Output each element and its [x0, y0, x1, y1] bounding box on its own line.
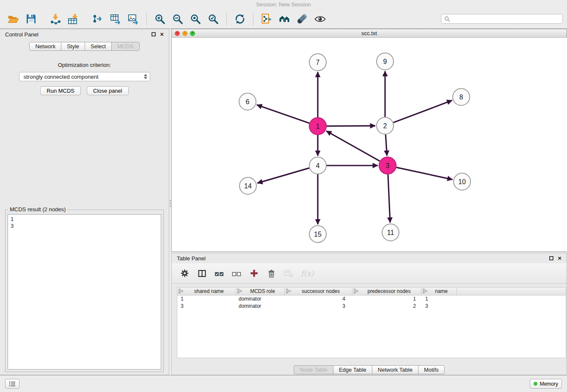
table-cell[interactable]: 1 — [421, 295, 457, 302]
graph-edge-3-11[interactable] — [388, 174, 390, 223]
table-cell[interactable]: 4 — [284, 295, 352, 302]
sort-icon — [179, 289, 183, 295]
graph-node-label: 10 — [458, 178, 466, 185]
zoom-selected-button[interactable] — [204, 11, 222, 28]
graph-edge-2-8[interactable] — [394, 100, 452, 123]
table-cell[interactable]: 3 — [177, 302, 236, 309]
export-network-button[interactable] — [89, 11, 107, 28]
table-cell[interactable]: dominator — [236, 295, 284, 302]
zoom-in-button[interactable] — [151, 11, 169, 28]
sort-icon — [286, 289, 291, 295]
table-panel-header: Table Panel × — [172, 253, 567, 263]
table-cell[interactable]: 1 — [177, 295, 236, 302]
column-header-predecessor-nodes[interactable]: predecessor nodes — [352, 287, 421, 295]
apply-layout-button[interactable] — [231, 11, 249, 28]
export-image-icon — [128, 14, 139, 25]
main-area: Control Panel × Network Style Select MCD… — [0, 29, 567, 375]
gear-icon — [180, 269, 189, 278]
select-stepper-icon — [144, 74, 147, 79]
export-image-button[interactable] — [124, 11, 142, 28]
criterion-select[interactable]: strongly connected component — [19, 72, 150, 81]
tab-node-table[interactable]: Node Table — [294, 365, 333, 374]
optimization-criterion-label: Optimization criterion: — [0, 62, 169, 68]
table-row[interactable]: 1dominator411 — [177, 295, 566, 302]
mcds-result-text[interactable]: 1 3 — [8, 214, 161, 370]
column-header-name[interactable]: name — [421, 287, 457, 295]
save-floppy-icon — [26, 14, 36, 24]
select-all-columns-button[interactable] — [214, 268, 224, 279]
tab-network-table[interactable]: Network Table — [372, 365, 418, 374]
show-task-history-button[interactable] — [5, 379, 19, 389]
tab-select[interactable]: Select — [85, 42, 112, 51]
mcds-result-box: MCDS result (2 nodes) 1 3 — [5, 210, 164, 372]
import-network-button[interactable] — [47, 11, 64, 28]
graph-edge-2-3[interactable] — [385, 135, 387, 156]
delete-table-button[interactable] — [284, 268, 294, 279]
tab-style[interactable]: Style — [61, 42, 85, 51]
graph-edge-1-6[interactable] — [257, 105, 310, 124]
graph-edge-4-14[interactable] — [257, 168, 309, 183]
table-cell[interactable]: 3 — [421, 302, 457, 309]
table-settings-button[interactable] — [179, 268, 190, 279]
status-bar: Memory — [0, 375, 567, 392]
mcds-result-title: MCDS result (2 nodes) — [8, 206, 67, 213]
graph-node-label: 11 — [387, 229, 394, 236]
tab-network[interactable]: Network — [29, 42, 61, 51]
show-hide-panels-button[interactable] — [275, 11, 293, 28]
float-panel-icon[interactable] — [151, 32, 156, 36]
paint-styles-button[interactable] — [293, 11, 311, 28]
node-table: shared name MCDS role — [177, 287, 566, 358]
zoom-selected-icon — [208, 14, 219, 25]
run-mcds-button[interactable]: Run MCDS — [40, 86, 81, 95]
open-folder-icon — [8, 14, 19, 24]
create-column-button[interactable] — [249, 268, 259, 279]
zoom-out-icon — [172, 14, 183, 25]
delete-column-button[interactable] — [266, 268, 276, 279]
table-tabs: Node Table Edge Table Network Table Moti… — [172, 365, 567, 374]
graph-edge-3-10[interactable] — [396, 167, 453, 179]
zoom-fit-icon — [190, 14, 201, 25]
save-session-button[interactable] — [22, 11, 40, 28]
graph-edge-3-1[interactable] — [326, 131, 380, 161]
open-session-button[interactable] — [4, 11, 22, 28]
table-cell[interactable]: 2 — [352, 302, 421, 309]
export-table-button[interactable] — [107, 11, 124, 28]
float-table-panel-icon[interactable] — [549, 256, 553, 260]
tab-edge-table[interactable]: Edge Table — [333, 365, 372, 374]
main-toolbar — [0, 9, 567, 29]
table-cell[interactable]: 3 — [284, 302, 352, 309]
show-graphics-details-button[interactable] — [311, 11, 329, 28]
table-panel: Table Panel × — [171, 253, 567, 375]
column-label: MCDS role — [250, 288, 275, 294]
network-canvas[interactable]: 7968124314101511 — [172, 38, 567, 251]
close-panel-icon[interactable]: × — [160, 31, 164, 37]
close-panel-button[interactable]: Close panel — [87, 86, 129, 95]
export-table-icon — [110, 14, 121, 25]
table-cell[interactable]: dominator — [236, 302, 284, 309]
tab-mcds[interactable]: MCDS — [111, 42, 139, 51]
criterion-selected-value: strongly connected component — [24, 74, 99, 80]
unselect-all-columns-button[interactable] — [231, 268, 242, 279]
column-header-shared-name[interactable]: shared name — [177, 287, 236, 295]
graph-edge-1-2[interactable] — [327, 126, 375, 126]
graph-node-label: 6 — [246, 98, 250, 105]
first-neighbors-button[interactable] — [258, 11, 275, 28]
sort-icon — [423, 289, 427, 295]
zoom-fit-button[interactable] — [187, 11, 204, 28]
memory-button[interactable]: Memory — [530, 379, 562, 389]
table-row[interactable]: 3dominator323 — [177, 302, 566, 309]
table-cell[interactable]: 1 — [352, 295, 421, 302]
zoom-window-button[interactable]: + — [190, 31, 195, 36]
import-table-button[interactable] — [64, 11, 82, 28]
search-input[interactable] — [452, 16, 559, 22]
column-header-successor-nodes[interactable]: successor nodes — [284, 287, 352, 295]
close-table-panel-icon[interactable]: × — [558, 255, 561, 261]
tab-motifs[interactable]: Motifs — [418, 365, 445, 374]
minimize-window-button[interactable]: − — [182, 31, 187, 36]
zoom-out-button[interactable] — [169, 11, 187, 28]
column-header-filler — [457, 287, 566, 295]
close-window-button[interactable]: × — [175, 31, 180, 36]
function-builder-button[interactable]: f(x) — [301, 268, 314, 279]
column-header-mcds-role[interactable]: MCDS role — [236, 287, 284, 295]
show-columns-button[interactable] — [197, 268, 207, 279]
